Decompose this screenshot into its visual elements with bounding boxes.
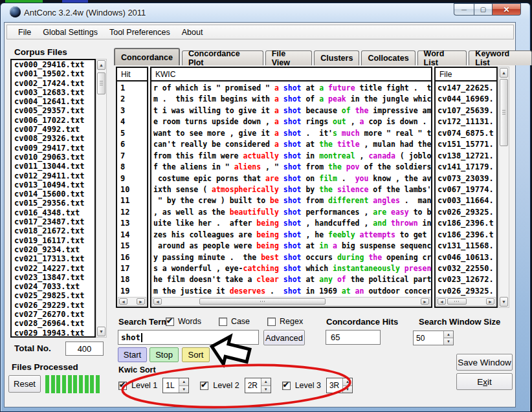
kwic-node-word[interactable]: shot (283, 117, 302, 126)
kwic-node-word[interactable]: shot (283, 196, 302, 205)
search-input[interactable]: shot (118, 330, 259, 345)
corpus-file-item[interactable]: cv023_13847.txt (12, 273, 94, 282)
kwic-node-word[interactable]: shot (283, 106, 302, 115)
kwic-line[interactable]: , as well as the beautifully shot perfor… (151, 207, 431, 218)
spin-up-icon[interactable]: ▲ (261, 378, 271, 386)
spin-down-icon[interactable]: ▼ (343, 386, 352, 393)
corpus-file-item[interactable]: cv000_29416.txt (12, 60, 94, 69)
tab-concordance-plot[interactable]: Concordance Plot (182, 50, 263, 65)
scroll-right-icon[interactable]: ► (486, 298, 494, 305)
kwic-node-word[interactable]: shot (283, 174, 302, 183)
corpus-file-item[interactable]: cv026_29229.txt (12, 301, 94, 310)
kwic-node-word[interactable]: shot (283, 162, 302, 171)
corpus-file-item[interactable]: cv002_17424.txt (12, 79, 94, 88)
kwic-line[interactable]: m the justice it deserves . shot in 1969… (151, 286, 431, 296)
tab-keyword-list[interactable]: Keyword List (469, 50, 532, 65)
corpus-file-item[interactable]: cv008_29326.txt (12, 134, 94, 143)
kwic-line[interactable]: m . this film begins with a shot of a pe… (151, 94, 431, 105)
tab-clusters[interactable]: Clusters (314, 50, 359, 65)
tab-concordance[interactable]: Concordance (114, 48, 180, 65)
hit-hscrollbar[interactable]: ◄ ► (118, 297, 146, 306)
kwic-line[interactable]: can't really be considered a shot at the… (151, 139, 431, 150)
close-button[interactable]: ✕ (493, 3, 521, 16)
search-regex-checkbox[interactable] (267, 318, 276, 326)
table-vscrollbar[interactable]: ▲ ▼ (498, 67, 509, 308)
kwic-line[interactable]: want to see more , give it a shot . it's… (151, 128, 431, 139)
level-3-checkbox[interactable]: ✔ (282, 382, 291, 390)
kwic-line[interactable]: costume epic porns that are shot on film… (151, 173, 431, 184)
spin-down-icon[interactable]: ▼ (179, 386, 188, 393)
kwic-line[interactable]: from this film were actually shot in mon… (151, 151, 431, 162)
spin-down-icon[interactable]: ▼ (261, 386, 271, 393)
corpus-file-item[interactable]: cv011_13044.txt (12, 162, 94, 171)
spin-up-icon[interactable]: ▲ (343, 378, 352, 386)
kwic-node-word[interactable]: shot (283, 241, 302, 250)
scroll-left-icon[interactable]: ◄ (153, 298, 162, 305)
corpus-file-item[interactable]: cv001_19502.txt (12, 69, 94, 78)
corpus-file-item[interactable]: cv013_10494.txt (12, 180, 94, 190)
file-column-header[interactable]: File (436, 68, 496, 81)
corpus-file-item[interactable]: cv003_12683.txt (12, 88, 94, 97)
search-window-size-spinner[interactable]: 50 ▲ ▼ (413, 331, 454, 345)
corpus-file-item[interactable]: cv021_17313.txt (12, 254, 94, 263)
corpus-file-item[interactable]: cv024_7033.txt (12, 282, 94, 291)
spin-up-icon[interactable]: ▲ (444, 331, 453, 338)
corpus-file-item[interactable]: cv012_29411.txt (12, 171, 94, 180)
scroll-left-icon[interactable]: ◄ (438, 298, 446, 305)
corpus-list-scrollbar[interactable]: ▲ ▼ (96, 59, 107, 338)
kwic-node-word[interactable]: shot (283, 219, 302, 228)
kwic-node-word[interactable]: shot (283, 129, 302, 138)
search-words-checkbox[interactable]: ✔ (166, 318, 174, 326)
kwic-column-header[interactable]: KWIC (151, 68, 431, 81)
corpus-file-item[interactable]: cv007_4992.txt (12, 125, 94, 134)
corpus-file-item[interactable]: cv028_26964.txt (12, 319, 94, 328)
corpus-file-item[interactable]: cv022_14227.txt (12, 264, 94, 273)
level-2-spinner[interactable]: 2R▲▼ (245, 378, 271, 393)
kwic-line[interactable]: e room turns upside down , a shot rings … (151, 116, 431, 127)
corpus-file-item[interactable]: cv018_21672.txt (12, 226, 94, 235)
level-2-checkbox[interactable]: ✔ (200, 382, 208, 390)
kwic-node-word[interactable]: shot (283, 275, 302, 284)
kwic-node-word[interactable]: shot (283, 94, 302, 103)
corpus-file-item[interactable]: cv027_26270.txt (12, 310, 94, 319)
file-hscrollbar[interactable]: ◄ ► (436, 297, 496, 306)
corpus-file-item[interactable]: cv009_29417.txt (12, 144, 94, 153)
kwic-node-word[interactable]: shot (283, 140, 302, 149)
kwic-line[interactable]: " by the crew ) built to be shot from di… (151, 195, 431, 206)
kwic-node-word[interactable]: shot (283, 253, 302, 262)
scrollbar-thumb[interactable] (97, 72, 105, 94)
corpus-file-item[interactable]: cv015_29356.txt (12, 199, 94, 208)
kwic-hscrollbar[interactable]: ◄ ► (152, 297, 430, 306)
level-1-checkbox[interactable]: ✔ (118, 382, 127, 390)
kwic-node-word[interactable]: shot (283, 83, 302, 92)
corpus-file-item[interactable]: cv010_29063.txt (12, 153, 94, 162)
corpus-file-item[interactable]: cv025_29825.txt (12, 291, 94, 300)
kwic-line[interactable]: y passing minute . the best shot occurs … (151, 252, 431, 263)
save-window-button[interactable]: Save Window (456, 354, 513, 371)
corpus-file-item[interactable]: cv029_19943.txt (12, 329, 94, 338)
scroll-right-icon[interactable]: ► (421, 298, 429, 305)
tab-word-list[interactable]: Word List (417, 50, 467, 65)
kwic-node-word[interactable]: shot (283, 264, 302, 273)
kwic-node-word[interactable]: shot (283, 151, 302, 160)
scroll-down-icon[interactable]: ▼ (500, 297, 508, 307)
exit-button[interactable]: Exit (456, 373, 513, 390)
sort-button[interactable]: Sort (182, 347, 210, 362)
reset-button[interactable]: Reset (8, 375, 41, 393)
kwic-line[interactable]: t i was willing to give it a shot becaus… (151, 105, 431, 116)
kwic-node-word[interactable]: shot (283, 208, 302, 217)
menu-item-global-settings[interactable]: Global Settings (37, 27, 104, 38)
corpus-file-item[interactable]: cv004_12641.txt (12, 97, 94, 106)
level-1-spinner[interactable]: 1L▲▼ (162, 378, 189, 393)
tab-collocates[interactable]: Collocates (361, 50, 415, 65)
start-button[interactable]: Start (118, 347, 147, 362)
menu-item-about[interactable]: About (176, 27, 209, 38)
minimize-button[interactable]: — (454, 3, 474, 16)
corpus-file-item[interactable]: cv019_16117.txt (12, 236, 94, 245)
scrollbar-thumb[interactable] (199, 298, 326, 305)
kwic-line[interactable]: around as people were being shot at in a… (151, 241, 431, 252)
corpus-file-item[interactable]: cv014_15600.txt (12, 190, 94, 199)
hit-column-header[interactable]: Hit (117, 68, 147, 81)
menu-item-tool-preferences[interactable]: Tool Preferences (104, 27, 176, 38)
corpus-file-list[interactable]: cv000_29416.txtcv001_19502.txtcv002_1742… (10, 59, 96, 338)
